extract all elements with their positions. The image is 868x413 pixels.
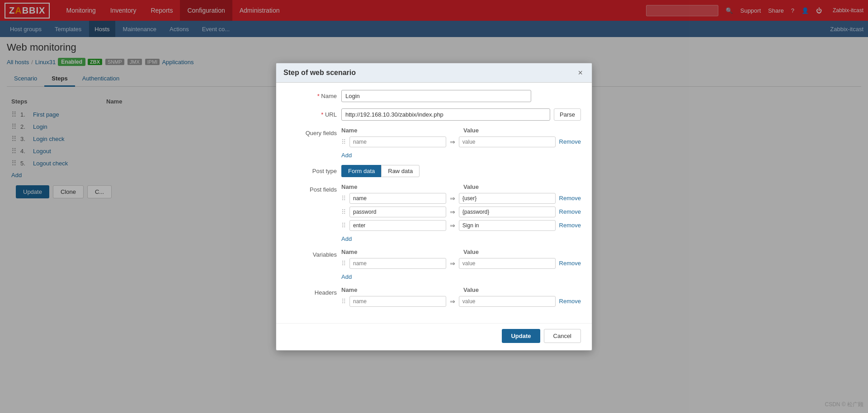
url-input[interactable] — [341, 108, 550, 121]
modal-header: Step of web scenario × — [276, 63, 592, 83]
name-input[interactable] — [341, 90, 531, 102]
post-field-row-3: ⠿ ⇒ Remove — [341, 220, 581, 231]
post-eq-1: ⇒ — [450, 195, 455, 202]
post-eq-2: ⇒ — [450, 208, 455, 216]
post-eq-3: ⇒ — [450, 222, 455, 229]
post-drag-1[interactable]: ⠿ — [341, 195, 346, 202]
post-drag-2[interactable]: ⠿ — [341, 208, 346, 216]
url-input-group: Parse — [341, 108, 581, 121]
post-name-input-3[interactable] — [349, 220, 446, 231]
query-fields-container: Name Value ⠿ ⇒ Remove Add — [341, 127, 581, 159]
modal-body: Name URL Parse Query fields Name Value — [276, 83, 592, 246]
post-remove-1[interactable]: Remove — [559, 195, 581, 202]
query-name-header: Name — [341, 127, 459, 134]
post-name-input-1[interactable] — [349, 193, 446, 204]
post-type-group: Form data Raw data — [341, 165, 420, 177]
query-drag-handle[interactable]: ⠿ — [341, 138, 346, 145]
name-row: Name — [287, 90, 581, 102]
post-field-row-1: ⠿ ⇒ Remove — [341, 193, 581, 204]
post-drag-3[interactable]: ⠿ — [341, 222, 346, 229]
query-fields-label: Query fields — [287, 127, 337, 136]
modal-overlay: Step of web scenario × Name URL Parse Qu… — [0, 0, 868, 245]
step-modal: Step of web scenario × Name URL Parse Qu… — [276, 63, 592, 246]
modal-close-button[interactable]: × — [576, 69, 585, 77]
post-fields-label: Post fields — [287, 183, 337, 193]
modal-title: Step of web scenario — [283, 69, 356, 77]
query-remove-link[interactable]: Remove — [559, 138, 581, 145]
query-fields-header: Name Value — [341, 127, 581, 134]
post-value-input-3[interactable] — [459, 220, 556, 231]
post-fields-container: Name Value ⠿ ⇒ Remove ⠿ — [341, 183, 581, 242]
post-fields-header: Name Value — [341, 183, 581, 190]
post-value-input-1[interactable] — [459, 193, 556, 204]
query-eq-icon: ⇒ — [450, 138, 455, 145]
query-value-header: Value — [463, 127, 581, 134]
url-row: URL Parse — [287, 108, 581, 121]
post-fields-row: Post fields Name Value ⠿ ⇒ Remove — [287, 183, 581, 242]
post-remove-2[interactable]: Remove — [559, 208, 581, 215]
query-field-empty-row: ⠿ ⇒ Remove — [341, 136, 581, 147]
post-type-form-data[interactable]: Form data — [341, 165, 381, 177]
query-add-link[interactable]: Add — [341, 152, 352, 159]
post-name-header: Name — [341, 183, 459, 190]
query-name-input[interactable] — [349, 136, 446, 147]
name-label: Name — [287, 90, 337, 99]
post-value-input-2[interactable] — [459, 206, 556, 217]
post-remove-3[interactable]: Remove — [559, 222, 581, 229]
post-value-header: Value — [463, 183, 581, 190]
post-add-link[interactable]: Add — [341, 235, 352, 242]
parse-button[interactable]: Parse — [554, 108, 581, 121]
post-name-input-2[interactable] — [349, 206, 446, 217]
post-type-label: Post type — [287, 165, 337, 174]
query-fields-row: Query fields Name Value ⠿ ⇒ Remove Add — [287, 127, 581, 159]
post-type-raw-data[interactable]: Raw data — [381, 165, 420, 177]
query-value-input[interactable] — [459, 136, 556, 147]
post-field-row-2: ⠿ ⇒ Remove — [341, 206, 581, 217]
post-type-row: Post type Form data Raw data — [287, 165, 581, 177]
url-label: URL — [287, 108, 337, 118]
